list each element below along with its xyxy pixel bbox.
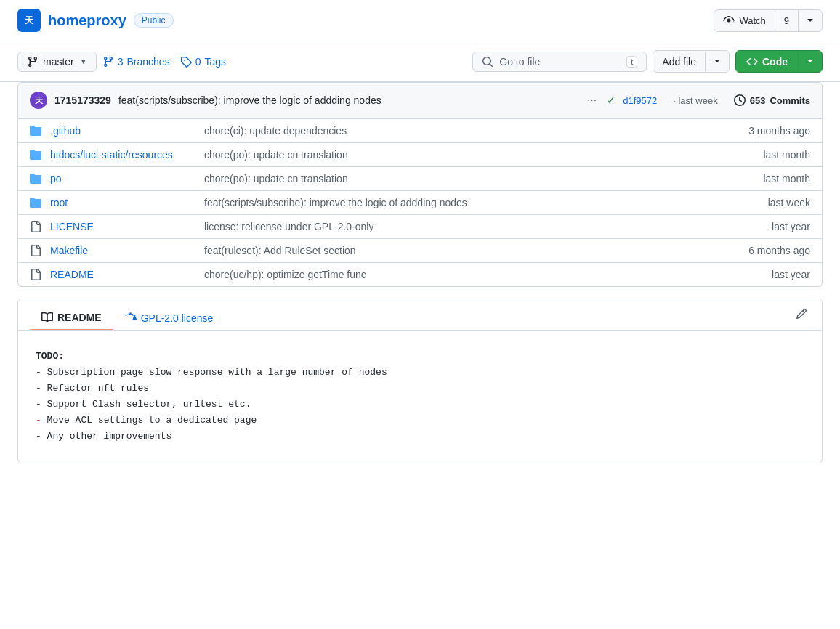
watch-label: Watch [739, 15, 765, 26]
table-row: .github chore(ci): update dependencies 3… [18, 118, 822, 142]
tags-label: Tags [204, 56, 226, 68]
code-button[interactable]: Code [735, 50, 823, 73]
readme-edit-button[interactable] [793, 305, 810, 325]
table-row: Makefile feat(ruleset): Add RuleSet sect… [18, 238, 822, 262]
file-doc-icon [30, 245, 41, 256]
branch-name: master [43, 56, 74, 68]
commit-hash-link[interactable]: d1f9572 [623, 95, 657, 106]
table-row: LICENSE license: relicense under GPL-2.0… [18, 214, 822, 238]
go-to-file-label: Go to file [499, 56, 540, 68]
file-commit-msg: chore(po): update cn translation [204, 173, 714, 184]
readme-line-todo: TODO: [36, 349, 804, 365]
readme-tab-label: README [57, 312, 102, 323]
go-to-file-input[interactable]: Go to file t [472, 52, 647, 72]
file-name[interactable]: .github [50, 125, 195, 137]
file-commit-msg: feat(ruleset): Add RuleSet section [204, 245, 714, 256]
public-badge: Public [134, 13, 174, 28]
commit-time: · last week [673, 95, 717, 106]
branches-link[interactable]: 3 Branches [102, 56, 170, 68]
file-tree: .github chore(ci): update dependencies 3… [17, 118, 823, 287]
chevron-down-icon [804, 14, 816, 25]
file-time: last month [723, 149, 810, 161]
watch-button[interactable]: Watch 9 [714, 9, 823, 32]
readme-line-2: - Refactor nft rules [36, 381, 804, 397]
file-commit-msg: chore(uc/hp): optimize getTime func [204, 269, 714, 280]
file-time: last week [723, 197, 810, 208]
file-name[interactable]: LICENSE [50, 221, 195, 232]
table-row: po chore(po): update cn translation last… [18, 166, 822, 190]
readme-line-3: - Support Clash selector, urltest etc. [36, 397, 804, 413]
watch-main[interactable]: Watch [714, 11, 775, 30]
readme-section: README GPL-2.0 license TODO: - Subscript… [17, 299, 823, 463]
file-name[interactable]: root [50, 197, 195, 208]
commits-label: Commits [770, 95, 810, 106]
code-label: Code [762, 56, 788, 68]
watch-dropdown-icon[interactable] [798, 10, 822, 31]
file-name[interactable]: README [50, 269, 195, 280]
file-name[interactable]: htdocs/luci-static/resources [50, 149, 195, 161]
readme-tabs: README GPL-2.0 license [18, 299, 822, 331]
go-to-file-key: t [626, 56, 637, 68]
readme-content: TODO: - Subscription page slow response … [18, 331, 822, 463]
file-time: last month [723, 173, 810, 184]
code-icon [746, 56, 758, 68]
file-name[interactable]: Makefile [50, 245, 195, 256]
file-commit-msg: license: relicense under GPL-2.0-only [204, 221, 714, 232]
commit-row: 天 1715173329 feat(scripts/subscribe): im… [17, 82, 823, 118]
folder-icon [30, 125, 41, 137]
folder-icon [30, 149, 41, 161]
tags-count: 0 [195, 56, 201, 68]
branch-selector[interactable]: master ▼ [17, 52, 97, 72]
commit-dots[interactable]: ··· [587, 94, 597, 107]
eye-icon [723, 15, 735, 26]
table-row: README chore(uc/hp): optimize getTime fu… [18, 262, 822, 286]
repo-title: 天 homeproxy Public [17, 9, 174, 32]
file-doc-icon [30, 269, 41, 280]
readme-line-4: - Move ACL settings to a dedicated page [36, 413, 804, 429]
license-tab-label: GPL-2.0 license [141, 312, 214, 324]
book-icon [41, 312, 53, 323]
commits-link[interactable]: 653 Commits [734, 94, 810, 106]
tags-link[interactable]: 0 Tags [180, 56, 226, 68]
folder-icon [30, 197, 41, 208]
file-doc-icon [30, 221, 41, 232]
repo-avatar: 天 [17, 9, 41, 32]
readme-line-5: - Any other improvements [36, 429, 804, 445]
add-file-dropdown-icon[interactable] [706, 51, 729, 72]
repo-header: 天 homeproxy Public Watch 9 [0, 0, 840, 41]
license-tab[interactable]: GPL-2.0 license [113, 307, 225, 330]
code-main[interactable]: Code [736, 52, 799, 71]
chevron-down-icon [711, 54, 723, 66]
file-time: 6 months ago [723, 245, 810, 256]
pencil-icon [796, 308, 807, 320]
commit-message: feat(scripts/subscribe): improve the log… [118, 94, 577, 106]
table-row: htdocs/luci-static/resources chore(po): … [18, 142, 822, 166]
branch-icon [27, 56, 39, 68]
search-icon [482, 56, 493, 68]
branches-icon [102, 56, 114, 68]
readme-tab[interactable]: README [30, 306, 113, 330]
folder-icon [30, 173, 41, 184]
tag-icon [180, 56, 192, 68]
add-file-button[interactable]: Add file [653, 50, 730, 73]
chevron-down-icon [804, 54, 816, 66]
commits-count: 653 [750, 95, 766, 106]
file-commit-msg: chore(ci): update dependencies [204, 125, 714, 137]
committer-avatar: 天 [30, 92, 47, 109]
commit-check-icon: ✓ [607, 94, 615, 106]
commit-hash-short[interactable]: 1715173329 [54, 94, 111, 106]
repo-name[interactable]: homeproxy [48, 12, 126, 29]
branch-chevron: ▼ [80, 57, 87, 65]
file-time: last year [723, 221, 810, 232]
readme-line-1: - Subscription page slow response with a… [36, 365, 804, 381]
clock-icon [734, 94, 746, 106]
repo-toolbar: master ▼ 3 Branches 0 Tags Go to file t … [0, 41, 840, 82]
table-row: root feat(scripts/subscribe): improve th… [18, 190, 822, 214]
file-name[interactable]: po [50, 173, 195, 184]
watch-count: 9 [775, 12, 798, 30]
branches-count: 3 [118, 56, 124, 68]
add-file-label[interactable]: Add file [653, 52, 706, 71]
file-time: 3 months ago [723, 125, 810, 137]
code-dropdown-icon[interactable] [799, 51, 822, 72]
file-commit-msg: feat(scripts/subscribe): improve the log… [204, 197, 714, 208]
